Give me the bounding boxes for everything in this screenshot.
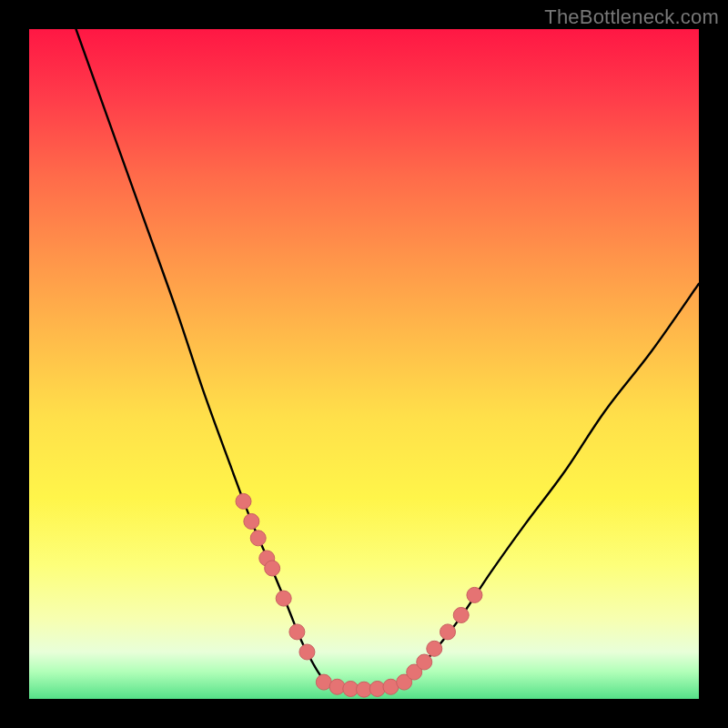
marker-dot <box>440 624 456 640</box>
marker-dot <box>417 654 432 670</box>
marker-dot <box>369 681 385 696</box>
marker-dot <box>427 641 442 656</box>
marker-dot <box>236 493 251 509</box>
marker-dot <box>467 587 482 602</box>
marker-dot <box>250 531 266 546</box>
watermark-text: TheBottleneck.com <box>544 5 719 29</box>
marker-dot <box>299 644 315 660</box>
marker-dot <box>329 679 345 694</box>
marker-dot <box>289 624 305 640</box>
v-curve <box>76 29 699 690</box>
marker-group <box>236 493 482 697</box>
marker-dot <box>244 513 259 529</box>
marker-dot <box>453 608 469 623</box>
marker-dot <box>265 561 280 576</box>
chart-frame: TheBottleneck.com <box>0 0 728 728</box>
plot-area <box>29 29 699 699</box>
marker-dot <box>276 591 291 606</box>
chart-svg <box>29 29 699 699</box>
